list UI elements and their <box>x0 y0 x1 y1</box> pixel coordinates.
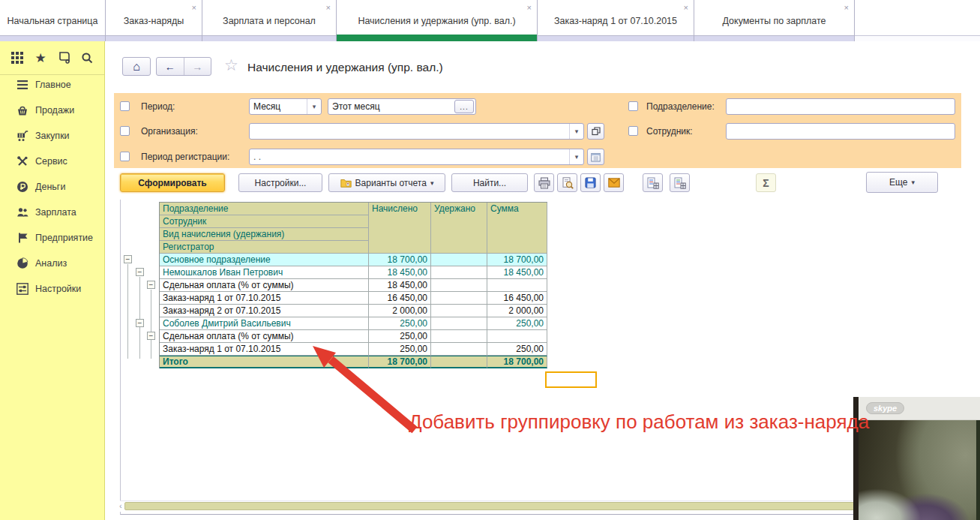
organization-input[interactable] <box>250 125 569 138</box>
employee-checkbox[interactable] <box>628 126 638 136</box>
registration-period-calendar-button[interactable] <box>587 149 604 165</box>
table-row[interactable]: Основное подразделение 18 700,00 18 700,… <box>160 254 547 266</box>
table-row[interactable]: Заказ-наряд 2 от 07.10.2015 2 000,00 2 0… <box>160 305 547 317</box>
sidebar-item-sales[interactable]: Продажи <box>0 98 103 123</box>
header-accrual-kind[interactable]: Вид начисления (удержания) <box>160 228 369 241</box>
row-accrued: 18 450,00 <box>369 279 431 292</box>
row-withheld <box>431 279 487 292</box>
collapse-toggle[interactable]: − <box>136 319 144 327</box>
collapse-toggle[interactable]: − <box>136 268 144 276</box>
close-icon[interactable]: × <box>326 4 331 12</box>
collapse-toggle[interactable]: − <box>124 255 132 263</box>
close-icon[interactable]: × <box>192 4 196 12</box>
employee-input[interactable] <box>727 125 955 138</box>
chevron-down-icon[interactable]: ▾ <box>569 124 583 139</box>
sidebar-item-service[interactable]: Сервис <box>0 149 103 174</box>
department-input[interactable] <box>727 100 955 113</box>
home-button[interactable]: ⌂ <box>122 57 151 76</box>
table-row[interactable]: Заказ-наряд 1 от 07.10.2015 250,00 250,0… <box>160 343 547 356</box>
settings-button[interactable]: Настройки... <box>238 173 322 192</box>
favorite-star-icon[interactable]: ☆ <box>224 57 238 73</box>
header-department[interactable]: Подразделение <box>160 203 369 215</box>
sidebar-item-enterprise[interactable]: Предприятие <box>0 225 103 251</box>
row-accrued: 16 450,00 <box>369 292 431 305</box>
sidebar-item-settings[interactable]: Настройки <box>0 276 103 302</box>
organization-open-button[interactable] <box>587 123 604 140</box>
folder-icon <box>340 178 352 188</box>
registration-period-checkbox[interactable] <box>120 152 130 161</box>
table-row[interactable]: Немошкалов Иван Петрович 18 450,00 18 45… <box>160 266 547 279</box>
table-row[interactable]: Сдельная оплата (% от суммы) 18 450,00 <box>160 279 547 292</box>
tab-home-page[interactable]: Начальная страница <box>0 0 106 41</box>
apps-grid-icon[interactable] <box>10 50 25 65</box>
table-row[interactable]: Соболев Дмитрий Васильевич 250,00 250,00 <box>160 317 547 330</box>
search-icon[interactable] <box>79 50 94 65</box>
header-sum[interactable]: Сумма <box>487 203 547 254</box>
history-scroll-icon[interactable] <box>56 50 71 65</box>
forward-icon[interactable]: → <box>184 61 211 73</box>
tab-work-orders[interactable]: Заказ-наряды × <box>106 0 202 41</box>
period-more-button[interactable]: ... <box>454 100 474 113</box>
chevron-down-icon: ▾ <box>911 179 915 186</box>
autosum-button[interactable]: Σ <box>756 173 776 192</box>
sidebar-item-analysis[interactable]: Анализ <box>0 251 103 276</box>
paste-settings-button[interactable] <box>670 173 690 192</box>
open-windows-icon <box>592 127 601 136</box>
total-withheld <box>431 356 487 368</box>
generate-button[interactable]: Сформировать <box>120 173 225 192</box>
row-label: Соболев Дмитрий Васильевич <box>160 317 369 330</box>
tab-work-order-1[interactable]: Заказ-наряд 1 от 07.10.2015 × <box>538 0 694 41</box>
print-button[interactable] <box>534 173 554 192</box>
more-button[interactable]: Еще ▾ <box>866 172 938 193</box>
copy-settings-button[interactable] <box>643 173 663 192</box>
department-field[interactable] <box>726 98 955 115</box>
period-value-field[interactable]: Этот месяц ... <box>328 98 476 115</box>
chevron-down-icon[interactable]: ▾ <box>307 99 321 114</box>
sidebar-item-label: Деньги <box>35 182 65 192</box>
report-variants-button[interactable]: Варианты отчета ▾ <box>328 173 445 192</box>
favorites-star-icon[interactable]: ★ <box>33 50 48 65</box>
find-button[interactable]: Найти... <box>451 173 528 192</box>
collapse-toggle[interactable]: − <box>147 281 155 289</box>
table-row[interactable]: Сдельная оплата (% от суммы) 250,00 <box>160 330 547 343</box>
period-checkbox[interactable] <box>120 101 130 111</box>
sidebar-item-label: Зарплата <box>35 207 76 218</box>
tab-salary-personnel[interactable]: Зарплата и персонал × <box>202 0 337 41</box>
back-icon[interactable]: ← <box>157 61 184 73</box>
employee-field[interactable] <box>726 123 955 140</box>
sidebar-item-main[interactable]: Главное <box>0 72 103 98</box>
registration-period-field[interactable]: . . ▾ <box>249 149 584 165</box>
tab-accruals-deductions[interactable]: Начисления и удержания (упр. вал.) × <box>337 0 538 41</box>
header-withheld[interactable]: Удержано <box>431 203 487 254</box>
tab-salary-documents[interactable]: Документы по зарплате × <box>694 0 855 41</box>
sidebar-item-money[interactable]: Деньги <box>0 174 103 200</box>
organization-field[interactable]: ▾ <box>249 123 584 140</box>
organization-checkbox[interactable] <box>120 126 130 136</box>
save-button[interactable] <box>580 173 601 192</box>
collapse-toggle[interactable]: − <box>147 332 155 340</box>
tab-label: Зарплата и персонал <box>223 16 316 26</box>
print-preview-button[interactable] <box>557 173 577 192</box>
table-row[interactable]: Заказ-наряд 1 от 07.10.2015 16 450,00 16… <box>160 292 547 305</box>
header-registrar[interactable]: Регистратор <box>160 241 369 254</box>
department-checkbox[interactable] <box>628 101 638 111</box>
header-employee[interactable]: Сотрудник <box>160 215 369 228</box>
close-icon[interactable]: × <box>684 4 688 12</box>
close-icon[interactable]: × <box>844 4 849 12</box>
send-email-button[interactable] <box>604 173 624 192</box>
period-kind-select[interactable]: Месяц ▾ <box>249 98 322 115</box>
sidebar-item-purchases[interactable]: Закупки <box>0 123 103 149</box>
sidebar-item-salary[interactable]: Зарплата <box>0 200 103 225</box>
table-total-row[interactable]: Итого 18 700,00 18 700,00 <box>160 356 547 368</box>
sidebar-menu: Главное Продажи Закупки Сервис Деньги За… <box>0 72 103 302</box>
people-icon <box>16 206 28 219</box>
row-label: Основное подразделение <box>160 254 369 266</box>
header-accrued[interactable]: Начислено <box>369 203 431 254</box>
chevron-down-icon[interactable]: ▾ <box>569 149 583 164</box>
tab-bar: Начальная страница Заказ-наряды × Зарпла… <box>0 0 980 41</box>
horizontal-scrollbar-thumb[interactable] <box>124 502 952 510</box>
close-icon[interactable]: × <box>527 4 532 12</box>
scroll-left-icon[interactable]: ‹ <box>119 501 122 510</box>
row-accrued: 2 000,00 <box>369 305 431 317</box>
row-sum: 2 000,00 <box>487 305 547 317</box>
